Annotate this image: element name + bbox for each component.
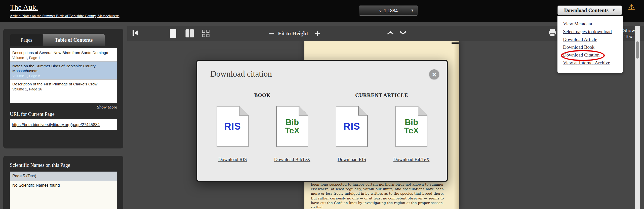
page-scan-mark bbox=[452, 42, 459, 44]
download-ris-link[interactable]: Download RIS bbox=[214, 156, 252, 163]
warning-icon[interactable]: ⚠ bbox=[628, 2, 635, 12]
scientific-names-panel: Scientific Names on this Page Page 5 (Te… bbox=[3, 156, 123, 209]
bibtex-file-icon: Bib TeX bbox=[276, 106, 308, 147]
page-scan-text: been long suspected to harbor certain no… bbox=[311, 182, 444, 208]
volume-select[interactable]: v. 1 1884 ▼ bbox=[359, 6, 418, 16]
file-fold-corner bbox=[358, 106, 368, 116]
article-ris-column: RIS Download RIS bbox=[322, 106, 382, 163]
zoom-out-button[interactable]: − bbox=[268, 29, 275, 38]
toc-item-title: Descriptions of Several New Birds from S… bbox=[12, 50, 114, 55]
menu-item-view-metadata[interactable]: View Metadata bbox=[563, 20, 623, 28]
toc-item-subtitle: Volume 1, Page 16 bbox=[12, 87, 114, 91]
two-page-view-icon[interactable] bbox=[186, 29, 194, 37]
skip-to-first-page-icon[interactable] bbox=[132, 30, 139, 37]
top-header-bar: The Auk. Article: Notes on the Summer Bi… bbox=[0, 0, 644, 22]
download-ris-link[interactable]: Download RIS bbox=[333, 156, 371, 163]
download-bibtex-link[interactable]: Download BibTeX bbox=[393, 156, 430, 163]
menu-item-view-at-internet-archive[interactable]: View at Internet Archive bbox=[563, 59, 623, 67]
article-bibtex-column: Bib TeX Download BibTeX bbox=[382, 106, 441, 163]
vertical-scrollbar-track[interactable] bbox=[635, 26, 640, 209]
chevron-down-icon: ▼ bbox=[612, 8, 615, 12]
toc-item-title: Notes on the Summer Birds of Berkshire C… bbox=[12, 64, 114, 73]
download-contents-label: Download Contents bbox=[564, 7, 609, 14]
print-icon[interactable] bbox=[548, 29, 557, 38]
current-page-url-box[interactable]: https://beta.biodiversitylibrary.org/pag… bbox=[10, 119, 117, 130]
scientific-names-box: Page 5 (Text) No Scientific Names found bbox=[10, 172, 117, 209]
book-ris-column: RIS Download RIS bbox=[203, 106, 262, 163]
scientific-names-page-header: Page 5 (Text) bbox=[10, 172, 117, 181]
menu-item-download-article[interactable]: Download Article bbox=[563, 35, 623, 43]
ris-file-icon: RIS bbox=[217, 106, 249, 147]
file-fold-corner bbox=[299, 106, 308, 116]
journal-title-link[interactable]: The Auk. bbox=[10, 3, 38, 12]
current-article-group-heading: CURRENT ARTICLE bbox=[322, 92, 441, 98]
one-page-view-icon[interactable] bbox=[170, 29, 176, 38]
modal-title: Download citation bbox=[210, 69, 447, 79]
tab-table-of-contents[interactable]: Table of Contents bbox=[43, 34, 105, 46]
thumbnail-view-icon[interactable] bbox=[202, 30, 210, 37]
contents-sidebar-panel: Pages Table of Contents Descriptions of … bbox=[3, 29, 123, 148]
sidebar-tabs: Pages Table of Contents bbox=[10, 34, 117, 46]
zoom-in-button[interactable]: + bbox=[314, 29, 320, 38]
show-text-button[interactable]: Show Text bbox=[623, 27, 635, 39]
download-contents-menu: View Metadata Select pages to download D… bbox=[557, 16, 623, 73]
vertical-scrollbar-thumb[interactable] bbox=[636, 41, 639, 59]
toc-item-selected[interactable]: Notes on the Summer Birds of Berkshire C… bbox=[10, 62, 117, 80]
download-bibtex-link[interactable]: Download BibTeX bbox=[273, 156, 311, 163]
menu-item-select-pages-to-download[interactable]: Select pages to download bbox=[563, 28, 623, 35]
show-more-link[interactable]: Show More bbox=[10, 105, 117, 110]
volume-select-value: v. 1 1884 bbox=[379, 8, 398, 14]
file-fold-corner bbox=[418, 106, 427, 116]
next-page-chevron-icon[interactable] bbox=[399, 31, 407, 36]
chevron-down-icon: ▼ bbox=[411, 9, 414, 13]
book-bibtex-column: Bib TeX Download BibTeX bbox=[262, 106, 322, 163]
toc-item-subtitle: Volume 1, Page 1 bbox=[12, 56, 114, 60]
bhl-book-viewer: been long suspected to harbor certain no… bbox=[0, 0, 644, 209]
page-gutter-shading bbox=[454, 41, 459, 209]
toc-item-subtitle: Volume 1, Page 5 bbox=[12, 74, 114, 78]
close-icon[interactable]: × bbox=[429, 69, 439, 79]
menu-item-download-citation[interactable]: Download Citation bbox=[563, 51, 623, 59]
current-page-url-link[interactable]: https://beta.biodiversitylibrary.org/pag… bbox=[12, 123, 100, 127]
table-of-contents-list: Descriptions of Several New Birds from S… bbox=[10, 48, 117, 103]
citation-groups: BOOK RIS Download RIS Bib TeX bbox=[197, 92, 447, 163]
scientific-names-label: Scientific Names on this Page bbox=[10, 162, 117, 168]
menu-item-download-book[interactable]: Download Book bbox=[563, 43, 623, 51]
download-citation-modal: Download citation × BOOK RIS Download RI… bbox=[196, 60, 448, 182]
scientific-names-empty-message: No Scientific Names found bbox=[10, 181, 117, 209]
book-group-heading: BOOK bbox=[203, 92, 322, 98]
tab-pages[interactable]: Pages bbox=[10, 34, 43, 46]
fit-to-height-button[interactable]: Fit to Height bbox=[278, 30, 308, 37]
toc-item-title: Description of the First Plumage of Clar… bbox=[12, 82, 114, 86]
url-for-current-page-label: URL for Current Page bbox=[10, 111, 117, 117]
ris-file-icon: RIS bbox=[336, 106, 368, 147]
previous-page-chevron-icon[interactable] bbox=[387, 31, 394, 36]
article-title-link[interactable]: Article: Notes on the Summer Birds of Be… bbox=[10, 14, 119, 18]
bibtex-file-icon: Bib TeX bbox=[395, 106, 427, 147]
toc-item[interactable]: Description of the First Plumage of Clar… bbox=[10, 80, 117, 93]
download-contents-button[interactable]: Download Contents ▼ bbox=[557, 6, 622, 15]
book-citation-group: BOOK RIS Download RIS Bib TeX bbox=[203, 92, 322, 163]
article-citation-group: CURRENT ARTICLE RIS Download RIS Bib TeX bbox=[322, 92, 441, 163]
file-fold-corner bbox=[239, 106, 249, 116]
toc-item[interactable]: Descriptions of Several New Birds from S… bbox=[10, 48, 117, 62]
